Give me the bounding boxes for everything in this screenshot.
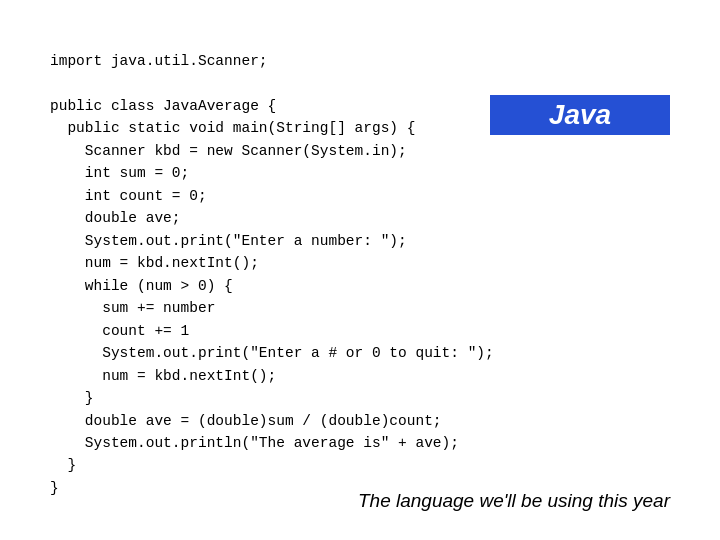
code-line-19: } (50, 457, 76, 473)
code-line-5: Scanner kbd = new Scanner(System.in); (50, 143, 407, 159)
code-line-18: System.out.println("The average is" + av… (50, 435, 459, 451)
code-line-8: double ave; (50, 210, 181, 226)
code-line-10: num = kbd.nextInt(); (50, 255, 259, 271)
code-line-4: public static void main(String[] args) { (50, 120, 415, 136)
code-line-13: count += 1 (50, 323, 189, 339)
bottom-tagline: The language we'll be using this year (358, 490, 670, 512)
code-line-15: num = kbd.nextInt(); (50, 368, 276, 384)
code-line-16: } (50, 390, 94, 406)
code-line-14: System.out.print("Enter a # or 0 to quit… (50, 345, 494, 361)
tagline-text: The language we'll be using this year (358, 490, 670, 511)
code-line-7: int count = 0; (50, 188, 207, 204)
code-line-12: sum += number (50, 300, 215, 316)
java-badge-text: Java (549, 99, 611, 130)
code-line-3: public class JavaAverage { (50, 98, 276, 114)
code-line-9: System.out.print("Enter a number: "); (50, 233, 407, 249)
slide-container: import java.util.Scanner; public class J… (0, 0, 720, 540)
code-line-6: int sum = 0; (50, 165, 189, 181)
code-line-17: double ave = (double)sum / (double)count… (50, 413, 442, 429)
code-line-11: while (num > 0) { (50, 278, 233, 294)
code-line-1: import java.util.Scanner; (50, 53, 268, 69)
java-badge: Java (490, 95, 670, 135)
code-line-20: } (50, 480, 59, 496)
